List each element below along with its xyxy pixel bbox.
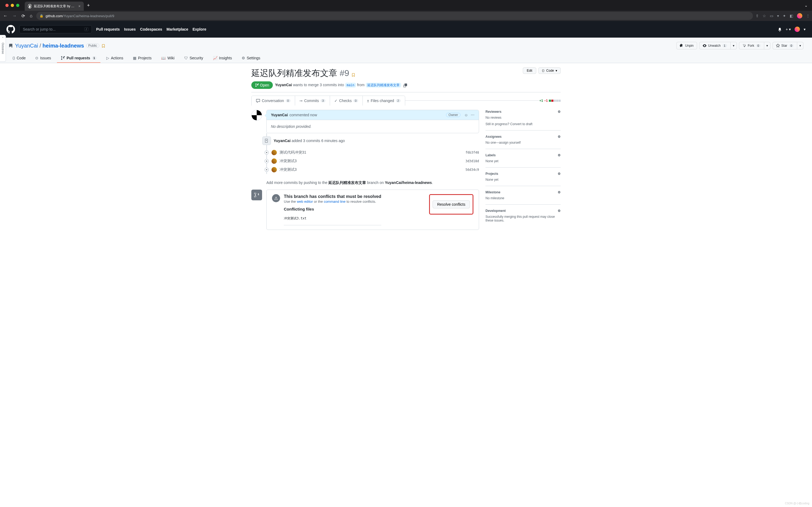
- maximize-window-button[interactable]: [16, 4, 19, 7]
- search-input[interactable]: Search or jump to... /: [19, 25, 92, 33]
- user-menu-caret-icon[interactable]: ▾: [804, 27, 806, 32]
- octotree-tab[interactable]: › Octotree: [0, 35, 6, 62]
- reviewers-gear-icon[interactable]: ⚙: [558, 110, 561, 114]
- resolve-conflicts-button[interactable]: Resolve conflicts: [432, 200, 470, 208]
- profile-avatar-icon[interactable]: [797, 13, 802, 18]
- convert-draft-link[interactable]: Convert to draft: [509, 122, 532, 126]
- tab-menu-icon[interactable]: ⌄: [805, 3, 808, 7]
- github-favicon-icon: [28, 4, 32, 8]
- fork-button[interactable]: Fork 0: [739, 42, 764, 49]
- tab-settings[interactable]: ⚙Settings: [238, 54, 264, 63]
- unwatch-dropdown[interactable]: ▾: [731, 42, 737, 49]
- tab-actions[interactable]: ▷Actions: [103, 54, 127, 63]
- commit-author-avatar[interactable]: [272, 167, 277, 172]
- commit-message[interactable]: 冲突测试3: [280, 167, 463, 172]
- owner-badge: Owner: [446, 113, 460, 117]
- forward-button[interactable]: →: [11, 12, 18, 19]
- notifications-icon[interactable]: [777, 27, 782, 32]
- repo-header: YuyanCai / heima-leadnews Public Unpin U…: [0, 38, 812, 63]
- command-line-link[interactable]: command line: [324, 200, 346, 204]
- labels-gear-icon[interactable]: ⚙: [558, 153, 561, 157]
- comment-body: No description provided.: [267, 120, 479, 133]
- base-branch[interactable]: main: [345, 83, 356, 88]
- comment-author[interactable]: YuyanCai: [271, 113, 288, 117]
- commit-message[interactable]: 测试代码冲突31: [280, 150, 463, 155]
- projects-gear-icon[interactable]: ⚙: [558, 172, 561, 176]
- commit-sha[interactable]: 56d34c9: [465, 168, 479, 172]
- head-branch[interactable]: 延迟队列精准发布文章: [366, 83, 401, 88]
- lock-icon: 🔒: [40, 14, 44, 18]
- bookmark-icon[interactable]: [102, 44, 105, 48]
- commit-message[interactable]: 冲突测试3: [280, 159, 463, 164]
- panel-icon[interactable]: ◧: [790, 14, 793, 18]
- emoji-reaction-icon[interactable]: ☺: [464, 113, 468, 117]
- close-window-button[interactable]: [5, 4, 9, 7]
- pr-bookmark-icon[interactable]: [351, 72, 355, 77]
- extension-icon[interactable]: ▭: [770, 14, 773, 18]
- development-gear-icon[interactable]: ⚙: [558, 209, 561, 213]
- bookmark-star-icon[interactable]: ☆: [763, 14, 766, 18]
- projects-text: None yet: [485, 178, 561, 181]
- tab-wiki[interactable]: 📖Wiki: [157, 54, 178, 63]
- star-button[interactable]: Star 0: [772, 42, 797, 49]
- commit-row: 测试代码冲突31 f6b3f48: [267, 148, 479, 157]
- browser-tab[interactable]: 延迟队列精准发布文章 by Yuyan... ×: [25, 2, 84, 11]
- commit-author-avatar[interactable]: [272, 158, 277, 164]
- chevron-right-icon: ›: [1, 37, 5, 38]
- share-icon[interactable]: ⇧: [756, 14, 759, 18]
- reviewers-progress: Still in progress? Convert to draft: [485, 122, 561, 126]
- tab-code[interactable]: ⟨⟩Code: [9, 54, 29, 63]
- milestone-gear-icon[interactable]: ⚙: [558, 190, 561, 194]
- github-logo-icon[interactable]: [6, 25, 15, 34]
- tab-checks[interactable]: ✓Checks0: [330, 96, 362, 106]
- assign-yourself-link[interactable]: assign yourself: [499, 141, 521, 145]
- extension2-icon[interactable]: ▾: [777, 14, 779, 18]
- tab-insights[interactable]: 📈Insights: [209, 54, 236, 63]
- comment-action: commented now: [289, 113, 317, 117]
- resolve-highlight: Resolve conflicts: [429, 194, 473, 215]
- repo-name-link[interactable]: heima-leadnews: [43, 43, 84, 49]
- web-editor-link[interactable]: web editor: [297, 200, 313, 204]
- user-avatar[interactable]: [795, 26, 800, 32]
- tab-projects[interactable]: ▦Projects: [129, 54, 156, 63]
- nav-pull-requests[interactable]: Pull requests: [96, 27, 120, 32]
- star-dropdown[interactable]: ▾: [797, 42, 803, 49]
- unpin-button[interactable]: Unpin: [677, 42, 697, 49]
- commit-sha[interactable]: f6b3f48: [465, 151, 479, 154]
- minimize-window-button[interactable]: [11, 4, 14, 7]
- reload-button[interactable]: ⟳: [20, 12, 26, 19]
- close-tab-icon[interactable]: ×: [78, 4, 80, 8]
- tab-pull-requests[interactable]: Pull requests 1: [57, 54, 101, 63]
- author-avatar[interactable]: [251, 110, 262, 121]
- home-button[interactable]: ⌂: [29, 12, 34, 19]
- kebab-menu-icon[interactable]: ⋮: [806, 14, 810, 18]
- url-bar[interactable]: 🔒 github.com/YuyanCai/heima-leadnews/pul…: [36, 12, 753, 20]
- new-tab-button[interactable]: +: [87, 3, 90, 8]
- unwatch-button[interactable]: Unwatch 1: [699, 42, 731, 49]
- tab-conversation[interactable]: Conversation0: [251, 96, 295, 106]
- assignees-gear-icon[interactable]: ⚙: [558, 135, 561, 138]
- pr-sidebar: Reviewers⚙ No reviews Still in progress?…: [485, 106, 561, 230]
- tab-commits[interactable]: ⊸Commits3: [295, 96, 330, 106]
- comment-menu-icon[interactable]: ⋯: [471, 113, 474, 117]
- github-nav: Pull requests Issues Codespaces Marketpl…: [96, 27, 206, 32]
- nav-explore[interactable]: Explore: [192, 27, 206, 32]
- repo-owner-link[interactable]: YuyanCai: [15, 43, 38, 49]
- nav-marketplace[interactable]: Marketplace: [167, 27, 188, 32]
- tab-security[interactable]: 🛡Security: [180, 54, 207, 63]
- commit-author-avatar[interactable]: [272, 150, 277, 155]
- tab-files-changed[interactable]: ±Files changed2: [362, 96, 405, 106]
- header-right: + ▾ ▾: [777, 26, 806, 32]
- push-event-text: YuyanCai added 3 commits 6 minutes ago: [274, 138, 345, 143]
- fork-dropdown[interactable]: ▾: [764, 42, 770, 49]
- puzzle-icon[interactable]: ✦: [783, 14, 786, 18]
- nav-issues[interactable]: Issues: [124, 27, 136, 32]
- commit-sha[interactable]: 3d3d18d: [465, 159, 479, 163]
- code-dropdown-button[interactable]: ⟨⟩ Code ▾: [538, 67, 561, 74]
- tab-issues[interactable]: ⊙Issues: [32, 54, 55, 63]
- back-button[interactable]: ←: [2, 12, 9, 19]
- nav-codespaces[interactable]: Codespaces: [140, 27, 162, 32]
- create-new-icon[interactable]: + ▾: [786, 27, 791, 32]
- edit-button[interactable]: Edit: [523, 67, 536, 74]
- copy-branch-icon[interactable]: [403, 83, 407, 87]
